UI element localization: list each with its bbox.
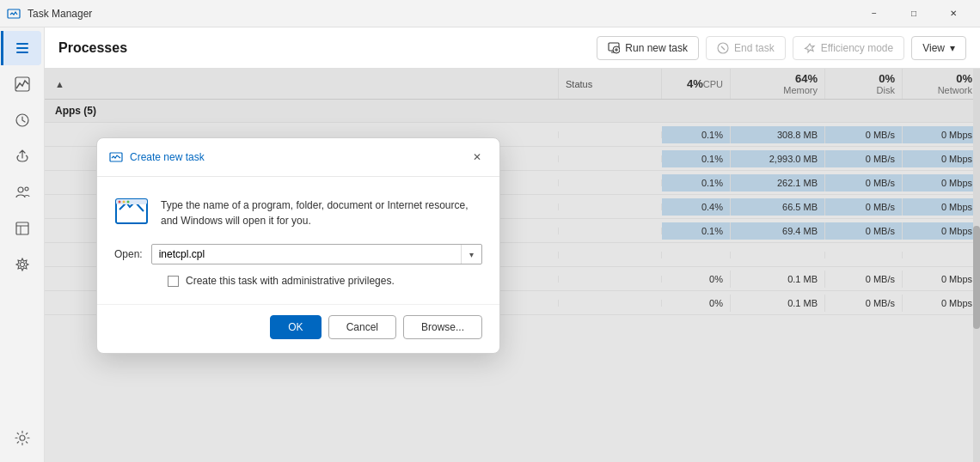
- svg-rect-1: [16, 43, 28, 45]
- modal-footer: OK Cancel Browse...: [97, 304, 499, 353]
- cancel-button[interactable]: Cancel: [328, 315, 396, 339]
- modal-body: Type the name of a program, folder, docu…: [97, 177, 499, 304]
- end-task-icon: [717, 42, 729, 54]
- open-input[interactable]: [152, 245, 461, 264]
- run-new-task-label: Run new task: [625, 42, 688, 54]
- view-chevron-icon: ▾: [950, 42, 955, 54]
- sidebar-item-performance[interactable]: [3, 67, 41, 101]
- svg-rect-2: [16, 47, 28, 49]
- open-label: Open:: [114, 248, 143, 260]
- modal-app-icon: [109, 150, 123, 164]
- history-icon: [15, 112, 30, 128]
- efficiency-mode-button[interactable]: Efficiency mode: [793, 36, 905, 60]
- titlebar-title: Task Manager: [28, 8, 848, 20]
- modal-overlay: Create new task ✕: [45, 69, 980, 462]
- run-new-task-button[interactable]: Run new task: [597, 36, 699, 60]
- modal-description-text: Type the name of a program, folder, docu…: [161, 194, 482, 228]
- svg-point-20: [119, 201, 121, 204]
- modal-open-row: Open: ▾: [114, 244, 482, 264]
- minimize-button[interactable]: −: [854, 0, 894, 27]
- admin-privileges-checkbox[interactable]: [168, 276, 179, 287]
- create-new-task-dialog: Create new task ✕: [96, 137, 500, 354]
- svg-point-22: [127, 201, 130, 204]
- sidebar-item-startup[interactable]: [3, 139, 41, 173]
- close-button[interactable]: ✕: [934, 0, 973, 27]
- dropdown-arrow-icon: ▾: [469, 250, 474, 259]
- svg-point-12: [20, 435, 25, 441]
- services-icon: [15, 257, 30, 272]
- maximize-button[interactable]: □: [894, 0, 934, 27]
- svg-point-7: [25, 187, 28, 191]
- sidebar: [0, 27, 45, 462]
- window-controls: − □ ✕: [854, 0, 973, 27]
- modal-close-button[interactable]: ✕: [467, 147, 487, 167]
- svg-point-21: [123, 201, 126, 204]
- app-icon: [7, 7, 21, 21]
- modal-description: Type the name of a program, folder, docu…: [114, 194, 482, 228]
- sidebar-item-history[interactable]: [3, 103, 41, 137]
- svg-rect-3: [16, 52, 28, 53]
- titlebar: Task Manager − □ ✕: [0, 0, 980, 27]
- sidebar-item-users[interactable]: [3, 175, 41, 210]
- processes-icon: [15, 40, 30, 56]
- startup-icon: [15, 149, 30, 164]
- browse-button[interactable]: Browse...: [403, 315, 482, 339]
- svg-line-16: [721, 46, 725, 50]
- admin-privileges-label: Create this task with administrative pri…: [186, 275, 395, 287]
- settings-icon: [15, 430, 30, 446]
- svg-point-6: [18, 187, 23, 192]
- ok-button[interactable]: OK: [270, 315, 321, 339]
- page-title: Processes: [58, 40, 590, 56]
- content-area: Processes Run new task End task: [45, 27, 980, 462]
- efficiency-mode-label: Efficiency mode: [821, 42, 894, 54]
- svg-rect-8: [16, 222, 28, 234]
- view-button[interactable]: View ▾: [911, 36, 966, 60]
- main-layout: Processes Run new task End task: [0, 27, 980, 462]
- sidebar-item-services[interactable]: [3, 247, 41, 282]
- modal-title: Create new task: [130, 151, 460, 163]
- details-icon: [15, 221, 30, 236]
- dropdown-arrow-button[interactable]: ▾: [461, 245, 481, 264]
- end-task-button[interactable]: End task: [706, 36, 786, 60]
- modal-checkbox-row: Create this task with administrative pri…: [168, 275, 482, 287]
- modal-description-icon: [114, 194, 149, 228]
- modal-input-wrapper: ▾: [151, 244, 482, 264]
- toolbar: Processes Run new task End task: [45, 27, 980, 69]
- svg-rect-4: [15, 77, 29, 91]
- sidebar-item-settings[interactable]: [3, 421, 41, 455]
- efficiency-mode-icon: [804, 42, 816, 54]
- users-icon: [15, 185, 30, 200]
- run-new-task-icon: [608, 42, 620, 54]
- sidebar-item-details[interactable]: [3, 211, 41, 246]
- end-task-label: End task: [734, 42, 775, 54]
- sidebar-item-processes[interactable]: [1, 31, 41, 65]
- performance-icon: [15, 76, 30, 92]
- svg-point-11: [20, 263, 24, 267]
- table-area: ▲ Status 4% CPU 64% Memory 0% Disk: [45, 69, 980, 462]
- view-label: View: [922, 42, 945, 54]
- modal-titlebar: Create new task ✕: [97, 138, 499, 177]
